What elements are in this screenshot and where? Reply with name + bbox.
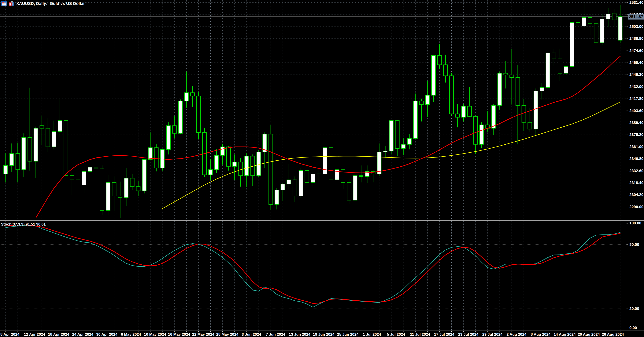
candle <box>522 99 526 131</box>
candle <box>4 153 8 182</box>
candle <box>16 143 20 182</box>
candle <box>588 14 592 35</box>
candle <box>564 55 568 87</box>
candle <box>52 121 56 149</box>
candle <box>444 55 448 82</box>
date-axis-label: 24 Apr 2024 <box>72 332 93 337</box>
candle <box>600 14 604 45</box>
candle <box>576 19 580 42</box>
stoch-d-line <box>6 225 620 304</box>
date-axis-label: 23 Jul 2024 <box>458 332 478 337</box>
candle <box>112 176 116 211</box>
candle-body-bull <box>570 22 574 66</box>
candle-body-bear <box>576 22 580 26</box>
candle <box>329 141 333 184</box>
candle-body-bull <box>492 105 496 128</box>
candle-body-bear <box>588 17 592 23</box>
candle-body-bull <box>498 73 502 105</box>
chart-canvas[interactable] <box>0 0 644 337</box>
candle-body-bear <box>16 154 20 170</box>
stoch-axis-label: 20.00 <box>630 306 639 311</box>
candle-body-bull <box>564 66 568 73</box>
candle-body-bear <box>329 148 333 180</box>
candle-body-bull <box>221 147 225 155</box>
candle-body-bear <box>46 128 50 147</box>
candle <box>82 165 86 193</box>
candle <box>305 170 309 190</box>
candle-body-bull <box>414 101 418 138</box>
candle-body-bear <box>395 121 399 148</box>
candle-body-bull <box>546 53 550 88</box>
candle-body-bull <box>618 17 622 40</box>
candle <box>504 61 508 88</box>
candle-body-bull <box>58 121 62 132</box>
date-axis-label: 3 Jun 2024 <box>242 332 261 337</box>
candle <box>251 154 255 186</box>
candle-body-bear <box>347 182 351 200</box>
date-axis-label: 11 Jul 2024 <box>410 332 430 337</box>
window-properties-icon <box>1 1 7 6</box>
candle <box>118 182 122 218</box>
candle-body-bear <box>172 126 176 133</box>
date-axis-label: 29 Jul 2024 <box>482 332 503 337</box>
candle <box>612 9 616 27</box>
date-axis-label: 1 Jul 2024 <box>363 332 381 337</box>
candle <box>383 146 387 158</box>
candle <box>226 146 230 170</box>
date-axis-label: 26 Aug 2024 <box>602 332 624 337</box>
price-axis-label: 2332.60 <box>630 168 644 173</box>
candle-body-bear <box>516 77 520 105</box>
candle-body-bull <box>106 182 110 210</box>
candle <box>516 65 520 144</box>
candle <box>239 158 243 187</box>
candle-body-bear <box>419 101 423 105</box>
price-axis-label: 2361.00 <box>630 144 644 149</box>
candle-body-bear <box>94 167 98 169</box>
candle <box>94 160 98 182</box>
stoch-axis-label: 100.00 <box>630 221 641 225</box>
candle <box>480 122 484 148</box>
candle-body-bear <box>130 178 134 187</box>
price-axis-label: 2290.00 <box>630 205 644 209</box>
candle <box>293 176 297 202</box>
candle-body-bull <box>166 126 170 149</box>
candle <box>58 99 62 137</box>
candle <box>371 170 375 182</box>
candle <box>148 132 152 160</box>
price-axis-label: 2403.60 <box>630 108 644 113</box>
candle <box>353 175 357 204</box>
candle-body-bear <box>64 121 68 176</box>
candle-body-bear <box>317 173 321 174</box>
candle <box>432 55 436 102</box>
candle-body-bull <box>233 162 236 166</box>
candle-body-bull <box>582 17 586 26</box>
candle <box>184 71 188 108</box>
candle <box>606 8 610 27</box>
candle <box>389 120 393 154</box>
chart-shift-icon <box>9 1 14 6</box>
candle <box>492 104 496 135</box>
candle-body-bear <box>504 73 508 75</box>
candle <box>450 73 454 115</box>
candle-body-bull <box>432 55 436 95</box>
candle <box>257 150 261 177</box>
candle-body-bull <box>10 154 14 166</box>
candle-body-bear <box>510 75 514 77</box>
candle <box>335 167 339 185</box>
candle-body-bear <box>196 96 200 132</box>
candle-body-bear <box>100 169 104 210</box>
stoch-k-line <box>6 225 620 307</box>
candle-body-bull <box>365 171 369 176</box>
date-axis-label: 18 Apr 2024 <box>48 332 69 337</box>
date-axis-label: 10 May 2024 <box>144 332 166 337</box>
date-axis-label: 8 Apr 2024 <box>0 332 19 337</box>
candle <box>233 154 236 180</box>
candle <box>323 143 327 176</box>
candle-body-bull <box>52 132 56 147</box>
date-axis-label: 2 Aug 2024 <box>506 332 526 337</box>
candle <box>202 128 206 177</box>
candle <box>311 171 315 187</box>
candle-body-bull <box>311 174 315 183</box>
candle <box>172 116 176 138</box>
candle-body-bull <box>275 190 279 205</box>
